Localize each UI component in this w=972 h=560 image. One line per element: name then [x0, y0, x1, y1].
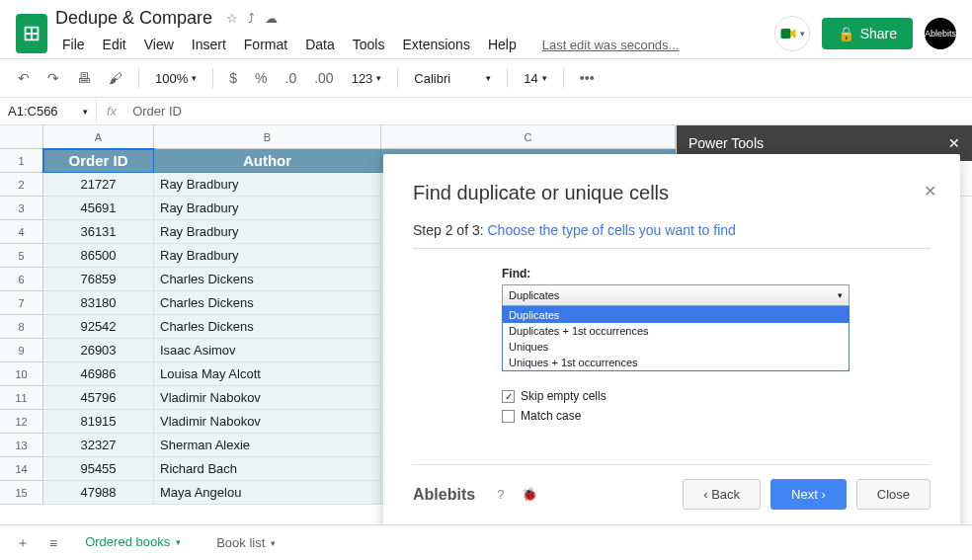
- cell-author[interactable]: Ray Bradbury: [154, 220, 381, 244]
- cell-header-order-id[interactable]: Order ID: [43, 149, 154, 173]
- last-edit[interactable]: Last edit was seconds...: [535, 34, 687, 56]
- sheet-tab-ordered-books[interactable]: Ordered books▾: [71, 526, 195, 559]
- dropdown-option[interactable]: Duplicates: [503, 307, 849, 323]
- menu-file[interactable]: File: [55, 33, 92, 56]
- cell-order-id[interactable]: 36131: [43, 220, 154, 244]
- cell-order-id[interactable]: 21727: [43, 173, 154, 197]
- menu-data[interactable]: Data: [298, 33, 342, 56]
- cell-author[interactable]: Isaac Asimov: [154, 339, 381, 362]
- move-icon[interactable]: ⤴: [248, 11, 255, 26]
- col-header-a[interactable]: A: [43, 125, 154, 149]
- row-header[interactable]: 1: [0, 149, 43, 173]
- row-header[interactable]: 12: [0, 410, 43, 434]
- close-button[interactable]: Close: [856, 479, 931, 510]
- match-case-checkbox[interactable]: [502, 410, 515, 423]
- select-all-corner[interactable]: [0, 125, 43, 149]
- paint-format-icon[interactable]: 🖌: [103, 66, 128, 90]
- zoom-dropdown[interactable]: 100%▾: [149, 69, 202, 88]
- dropdown-option[interactable]: Uniques + 1st occurrences: [503, 355, 849, 370]
- next-button[interactable]: Next ›: [770, 479, 847, 510]
- row-header[interactable]: 10: [0, 362, 43, 386]
- menu-format[interactable]: Format: [237, 33, 294, 56]
- row-header[interactable]: 14: [0, 457, 43, 481]
- row-header[interactable]: 11: [0, 386, 43, 410]
- cell-header-author[interactable]: Author: [154, 149, 381, 173]
- cell-author[interactable]: Sherman Alexie: [154, 434, 381, 457]
- cell-order-id[interactable]: 26903: [43, 339, 154, 362]
- cell-author[interactable]: Louisa May Alcott: [154, 362, 381, 386]
- name-box[interactable]: A1:C566▾: [0, 100, 97, 122]
- avatar[interactable]: Ablebits: [925, 18, 956, 49]
- menu-tools[interactable]: Tools: [346, 33, 392, 56]
- sheet-tab-book-list[interactable]: Book list▾: [202, 527, 289, 558]
- skip-empty-checkbox[interactable]: ✓: [502, 390, 515, 403]
- format-currency[interactable]: $: [223, 66, 243, 90]
- formula-bar[interactable]: Order ID: [126, 100, 188, 122]
- col-header-c[interactable]: C: [381, 125, 676, 149]
- row-header[interactable]: 2: [0, 173, 43, 197]
- cell-order-id[interactable]: 86500: [43, 244, 154, 268]
- row-header[interactable]: 4: [0, 220, 43, 244]
- cell-order-id[interactable]: 95455: [43, 457, 154, 481]
- cell-author[interactable]: Charles Dickens: [154, 291, 381, 315]
- cell-author[interactable]: Vladimir Nabokov: [154, 386, 381, 410]
- print-icon[interactable]: 🖶: [71, 66, 97, 90]
- font-dropdown[interactable]: Calibri▾: [408, 69, 497, 88]
- cell-author[interactable]: Ray Bradbury: [154, 197, 381, 220]
- redo-icon[interactable]: ↷: [41, 66, 65, 90]
- row-header[interactable]: 7: [0, 291, 43, 315]
- cell-author[interactable]: Vladimir Nabokov: [154, 410, 381, 434]
- cell-order-id[interactable]: 92542: [43, 315, 154, 339]
- increase-decimal[interactable]: .00: [308, 66, 339, 90]
- cloud-icon[interactable]: ☁: [265, 11, 278, 26]
- cell-author[interactable]: Maya Angelou: [154, 481, 381, 505]
- cell-order-id[interactable]: 45691: [43, 197, 154, 220]
- share-button[interactable]: 🔒 Share: [822, 18, 913, 49]
- cell-author[interactable]: Ray Bradbury: [154, 244, 381, 268]
- menu-edit[interactable]: Edit: [96, 33, 133, 56]
- row-header[interactable]: 15: [0, 481, 43, 505]
- decrease-decimal[interactable]: .0: [280, 66, 303, 90]
- toolbar-more[interactable]: •••: [574, 66, 601, 90]
- row-header[interactable]: 3: [0, 197, 43, 220]
- cell-order-id[interactable]: 32327: [43, 434, 154, 457]
- close-icon[interactable]: ✕: [948, 135, 960, 151]
- cell-author[interactable]: Richard Bach: [154, 457, 381, 481]
- cell-order-id[interactable]: 46986: [43, 362, 154, 386]
- doc-title[interactable]: Dedupe & Compare: [55, 8, 212, 29]
- star-icon[interactable]: ☆: [226, 11, 238, 26]
- help-icon[interactable]: ?: [497, 487, 504, 502]
- row-header[interactable]: 9: [0, 339, 43, 362]
- cell-order-id[interactable]: 45796: [43, 386, 154, 410]
- menu-insert[interactable]: Insert: [185, 33, 233, 56]
- close-icon[interactable]: ✕: [924, 182, 936, 200]
- dropdown-option[interactable]: Uniques: [503, 339, 849, 355]
- sheets-logo[interactable]: [16, 14, 47, 53]
- number-format-dropdown[interactable]: 123▾: [346, 69, 388, 88]
- all-sheets-icon[interactable]: ≡: [43, 531, 63, 555]
- undo-icon[interactable]: ↶: [12, 66, 36, 90]
- cell-author[interactable]: Charles Dickens: [154, 268, 381, 291]
- row-header[interactable]: 13: [0, 434, 43, 457]
- menu-help[interactable]: Help: [481, 33, 524, 56]
- row-header[interactable]: 6: [0, 268, 43, 291]
- cell-author[interactable]: Ray Bradbury: [154, 173, 381, 197]
- bug-icon[interactable]: 🐞: [522, 487, 537, 502]
- font-size-dropdown[interactable]: 14▾: [518, 69, 552, 88]
- menu-view[interactable]: View: [137, 33, 181, 56]
- add-sheet-icon[interactable]: ＋: [10, 530, 36, 556]
- menu-extensions[interactable]: Extensions: [395, 33, 476, 56]
- cell-order-id[interactable]: 47988: [43, 481, 154, 505]
- cell-order-id[interactable]: 76859: [43, 268, 154, 291]
- meet-icon[interactable]: ▾: [774, 16, 810, 51]
- back-button[interactable]: ‹ Back: [683, 479, 761, 510]
- dropdown-option[interactable]: Duplicates + 1st occurrences: [503, 323, 849, 339]
- cell-order-id[interactable]: 81915: [43, 410, 154, 434]
- cell-order-id[interactable]: 83180: [43, 291, 154, 315]
- format-percent[interactable]: %: [249, 66, 273, 90]
- find-dropdown[interactable]: Duplicates▾: [502, 284, 850, 306]
- row-header[interactable]: 5: [0, 244, 43, 268]
- col-header-b[interactable]: B: [154, 125, 381, 149]
- row-header[interactable]: 8: [0, 315, 43, 339]
- cell-author[interactable]: Charles Dickens: [154, 315, 381, 339]
